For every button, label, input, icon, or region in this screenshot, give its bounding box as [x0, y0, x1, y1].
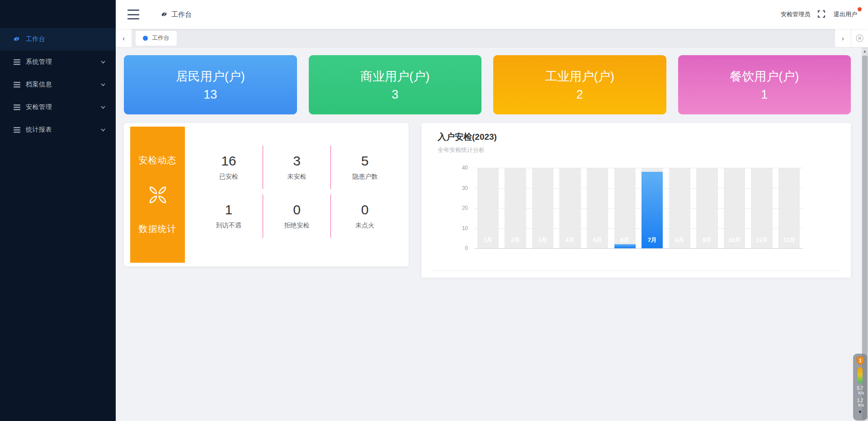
logout-label: 退出用户	[834, 11, 857, 18]
list-icon	[13, 80, 21, 89]
stat-card-commercial: 商业用户(户) 3	[309, 55, 482, 114]
y-tick-label: 40	[462, 165, 468, 171]
sidebar-item-label: 档案信息	[26, 80, 100, 89]
card-title: 工业用户(户)	[545, 68, 614, 85]
leaf-icon	[13, 35, 21, 43]
stat-cell-inspected: 16 已安检	[195, 146, 263, 189]
shield-badge-icon: 1	[856, 356, 865, 365]
tabs-scroll-left-button[interactable]: ‹	[116, 29, 132, 47]
gridline-0	[474, 248, 803, 249]
pinwheel-icon	[145, 182, 170, 208]
stat-label: 拒绝安检	[284, 222, 310, 230]
x-tick-label: 10月	[721, 236, 748, 244]
card-value: 3	[392, 88, 398, 102]
sidebar-item-label: 安检管理	[26, 103, 100, 111]
upload-speed-value: 5.7	[856, 386, 864, 391]
chart-title: 入户安检(2023)	[438, 131, 840, 143]
fullscreen-icon	[817, 10, 826, 18]
card-title: 餐饮用户(户)	[730, 68, 799, 85]
inspection-stats-grid: 16 已安检 3 未安检 5 隐患户数 1 到访不遇	[185, 127, 402, 263]
breadcrumb: 工作台	[161, 10, 192, 19]
tab-active-dot	[143, 36, 148, 41]
list-icon	[13, 103, 21, 111]
sidebar-item-workbench[interactable]: 工作台	[0, 28, 116, 51]
y-axis-labels: 010203040	[438, 168, 474, 248]
tab-label: 工作台	[152, 34, 170, 42]
banner-bottom-label: 数据统计	[139, 223, 177, 235]
stat-label: 隐患户数	[352, 173, 377, 181]
download-speed-unit: K/s	[858, 403, 864, 407]
sidebar-item-label: 工作台	[26, 35, 106, 43]
chevron-down-icon	[100, 59, 106, 65]
tab-workbench[interactable]: 工作台	[136, 31, 177, 46]
x-tick-label: 9月	[693, 236, 721, 244]
scroll-up-arrow-icon[interactable]: ▲	[862, 47, 868, 55]
card-title: 商业用户(户)	[360, 68, 429, 85]
sidebar-item-system[interactable]: 系统管理	[0, 51, 116, 73]
stat-card-industrial: 工业用户(户) 2	[493, 55, 666, 114]
banner-top-label: 安检动态	[139, 154, 177, 166]
bar-6月	[614, 244, 636, 248]
network-monitor-widget[interactable]: 1 5.7 ↑K/s 1.2 ↓K/s ▼	[853, 354, 867, 421]
stat-value: 3	[293, 153, 301, 169]
inspection-panel: 安检动态 数据统计 16 已安检	[124, 123, 409, 266]
stat-cell-hazard: 5 隐患户数	[331, 146, 399, 189]
stat-cell-uninspected: 3 未安检	[263, 146, 331, 189]
stat-value: 5	[361, 153, 369, 169]
chevron-down-icon	[100, 82, 106, 87]
sidebar-toggle-button[interactable]	[127, 9, 139, 19]
y-tick-label: 30	[462, 185, 468, 191]
header: 工作台 安检管理员 退出用户	[116, 0, 868, 29]
gridline-30	[474, 188, 803, 189]
card-value: 2	[576, 88, 583, 102]
notification-dot	[858, 7, 862, 11]
x-tick-label: 1月	[474, 236, 502, 244]
x-tick-label: 7月	[638, 236, 666, 244]
stat-cell-not-home: 1 到访不遇	[195, 194, 263, 238]
card-value: 1	[761, 88, 768, 102]
stat-cell-not-ignited: 0 未点火	[331, 194, 399, 238]
sidebar-item-archives[interactable]: 档案信息	[0, 73, 116, 96]
x-tick-label: 2月	[502, 236, 529, 244]
x-tick-label: 6月	[611, 236, 639, 244]
x-tick-label: 4月	[557, 236, 584, 244]
card-title: 居民用户(户)	[176, 68, 245, 85]
sidebar-item-label: 系统管理	[26, 58, 100, 66]
chart-card: 入户安检(2023) 全年安检统计分析 010203040 1月2月3月4月5月…	[421, 123, 851, 278]
sidebar-logo-area	[0, 0, 116, 28]
stat-value: 0	[361, 202, 369, 218]
stat-label: 未安检	[288, 173, 307, 181]
tab-bar: ‹ 工作台 ›	[116, 29, 868, 47]
sidebar-item-label: 统计报表	[26, 126, 100, 134]
chevron-down-icon	[100, 104, 106, 110]
main-content: 居民用户(户) 13 商业用户(户) 3 工业用户(户) 2 餐饮用户(户) 1…	[116, 47, 862, 421]
x-tick-label: 5月	[584, 236, 611, 244]
stat-value: 1	[225, 202, 232, 218]
stat-value: 16	[221, 153, 236, 169]
summary-cards-row: 居民用户(户) 13 商业用户(户) 3 工业用户(户) 2 餐饮用户(户) 1	[124, 55, 851, 114]
gridline-20	[474, 208, 803, 208]
card-value: 13	[203, 88, 217, 102]
upload-speed: 5.7 ↑K/s	[856, 386, 864, 396]
close-circle-icon	[856, 34, 863, 42]
inspection-banner: 安检动态 数据统计	[130, 127, 185, 263]
tabs-scroll-right-button[interactable]: ›	[835, 29, 851, 47]
collapse-triangle-icon[interactable]: ▼	[858, 410, 862, 414]
sidebar-item-inspection[interactable]: 安检管理	[0, 96, 116, 118]
x-tick-label: 8月	[666, 236, 693, 244]
sidebar-item-reports[interactable]: 统计报表	[0, 118, 116, 141]
stat-cell-refused: 0 拒绝安检	[263, 194, 331, 238]
fullscreen-button[interactable]	[817, 10, 826, 19]
x-tick-label: 12月	[775, 236, 803, 244]
gridline-40	[474, 168, 803, 168]
stat-label: 到访不遇	[216, 222, 241, 230]
stat-card-catering: 餐饮用户(户) 1	[678, 55, 851, 114]
chevron-down-icon	[100, 127, 106, 132]
y-tick-label: 20	[462, 205, 468, 211]
chart-subtitle: 全年安检统计分析	[438, 146, 840, 154]
tabs-close-button[interactable]	[851, 29, 868, 47]
logout-button[interactable]: 退出用户	[834, 10, 859, 19]
chart-plot: 1月2月3月4月5月6月7月8月9月10月11月12月	[474, 168, 803, 248]
gauge-bar	[858, 367, 863, 383]
stat-label: 已安检	[219, 173, 238, 181]
